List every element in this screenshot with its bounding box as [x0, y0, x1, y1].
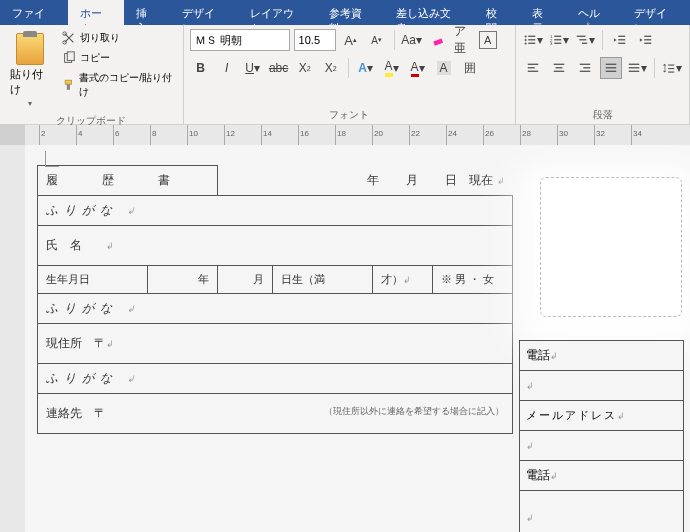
- phone2-cell[interactable]: 電話↲: [520, 461, 684, 491]
- shrink-font-button[interactable]: A▾: [366, 29, 388, 51]
- menu-layout[interactable]: レイアウト: [238, 0, 317, 25]
- svg-rect-4: [66, 80, 72, 84]
- grow-font-button[interactable]: A▴: [340, 29, 362, 51]
- photo-placeholder[interactable]: [540, 177, 682, 317]
- svg-rect-21: [582, 43, 587, 44]
- menu-insert[interactable]: 挿入: [124, 0, 170, 25]
- address-cell[interactable]: 現住所 〒↲: [38, 324, 513, 364]
- numbering-button[interactable]: 123▾: [548, 29, 570, 51]
- copy-label: コピー: [80, 51, 110, 65]
- underline-button[interactable]: U▾: [242, 57, 264, 79]
- sex-cell[interactable]: ※ 男 ・ 女: [433, 266, 513, 294]
- vertical-ruler[interactable]: [0, 145, 25, 532]
- svg-point-9: [525, 39, 527, 41]
- dob-label[interactable]: 生年月日: [38, 266, 148, 294]
- email-blank[interactable]: ↲: [520, 431, 684, 461]
- svg-rect-42: [629, 71, 640, 72]
- scissors-icon: [62, 31, 76, 45]
- font-group-label: フォント: [190, 106, 509, 122]
- change-case-button[interactable]: Aa▾: [401, 29, 423, 51]
- dob-age[interactable]: 才）↲: [373, 266, 433, 294]
- char-shading-button[interactable]: A: [433, 57, 455, 79]
- phone2-blank[interactable]: ↲: [520, 491, 684, 533]
- superscript-button[interactable]: X2: [320, 57, 342, 79]
- sex-sep: ・: [469, 273, 480, 285]
- line-spacing-button[interactable]: ▾: [661, 57, 683, 79]
- page-canvas[interactable]: 履 歴 書 年 月 日 現在 ↲ ふりがな ↲ 氏 名 ↲ 生年月日 年 月 日…: [25, 145, 690, 532]
- distribute-button[interactable]: ▾: [626, 57, 648, 79]
- date-day: 日: [445, 173, 457, 187]
- align-center-button[interactable]: [548, 57, 570, 79]
- sex-mark: ※: [441, 273, 452, 285]
- email-cell[interactable]: メールアドレス↲: [520, 401, 684, 431]
- menu-references[interactable]: 参考資料: [317, 0, 385, 25]
- copy-button[interactable]: コピー: [58, 49, 176, 67]
- contact-side-table[interactable]: 電話↲ ↲ メールアドレス↲ ↲ 電話↲ ↲: [519, 340, 684, 532]
- phone1-cell[interactable]: 電話↲: [520, 341, 684, 371]
- decrease-indent-button[interactable]: [609, 29, 631, 51]
- outdent-icon: [613, 33, 627, 47]
- furigana-address[interactable]: ふりがな ↲: [38, 294, 513, 324]
- dob-month[interactable]: 月: [218, 266, 273, 294]
- font-name-select[interactable]: [190, 29, 290, 51]
- contact-cell[interactable]: 連絡先 〒 （現住所以外に連絡を希望する場合に記入）: [38, 394, 513, 434]
- bullets-button[interactable]: ▾: [522, 29, 544, 51]
- svg-rect-33: [554, 71, 565, 72]
- menu-mailmerge[interactable]: 差し込み文書: [384, 0, 474, 25]
- multilevel-button[interactable]: ▾: [574, 29, 596, 51]
- svg-rect-24: [618, 43, 625, 44]
- postal-mark-2: 〒: [94, 406, 106, 420]
- italic-button[interactable]: I: [216, 57, 238, 79]
- svg-point-11: [525, 42, 527, 44]
- furigana-contact[interactable]: ふりがな ↲: [38, 364, 513, 394]
- phonetic-guide-button[interactable]: ア亜: [453, 29, 475, 51]
- menu-home[interactable]: ホーム: [68, 0, 125, 25]
- copy-icon: [62, 51, 76, 65]
- align-justify-button[interactable]: [600, 57, 622, 79]
- svg-rect-5: [67, 84, 70, 90]
- char-border-button[interactable]: 囲: [459, 57, 481, 79]
- subscript-button[interactable]: X2: [294, 57, 316, 79]
- strikethrough-button[interactable]: abc: [268, 57, 290, 79]
- menu-view[interactable]: 表示: [520, 0, 566, 25]
- resume-title-cell[interactable]: 履 歴 書: [38, 166, 218, 196]
- horizontal-ruler[interactable]: 246810121416182022242628303234: [0, 125, 690, 145]
- svg-rect-20: [579, 39, 586, 40]
- clear-format-button[interactable]: [427, 29, 449, 51]
- svg-rect-25: [644, 36, 651, 37]
- menu-review[interactable]: 校閲: [474, 0, 520, 25]
- svg-rect-28: [528, 64, 539, 65]
- phone1-blank[interactable]: ↲: [520, 371, 684, 401]
- svg-rect-8: [528, 36, 535, 37]
- dob-year[interactable]: 年: [148, 266, 218, 294]
- menu-tabledesign[interactable]: デザイン: [622, 0, 690, 25]
- furigana-name[interactable]: ふりがな ↲: [38, 196, 513, 226]
- menu-design[interactable]: デザイン: [170, 0, 238, 25]
- menu-file[interactable]: ファイル: [0, 0, 68, 25]
- date-cell[interactable]: 年 月 日 現在 ↲: [218, 166, 513, 196]
- menu-help[interactable]: ヘルプ: [566, 0, 623, 25]
- align-right-button[interactable]: [574, 57, 596, 79]
- format-painter-label: 書式のコピー/貼り付け: [79, 71, 172, 99]
- svg-rect-40: [629, 64, 640, 65]
- align-left-button[interactable]: [522, 57, 544, 79]
- paste-button[interactable]: 貼り付け ▾: [6, 29, 54, 112]
- font-size-select[interactable]: [294, 29, 336, 51]
- text-effects-button[interactable]: A▾: [355, 57, 377, 79]
- enclose-char-button[interactable]: A: [479, 31, 497, 49]
- svg-rect-43: [665, 65, 666, 70]
- bold-button[interactable]: B: [190, 57, 212, 79]
- resume-table[interactable]: 履 歴 書 年 月 日 現在 ↲ ふりがな ↲ 氏 名 ↲ 生年月日 年 月 日…: [37, 165, 513, 434]
- format-painter-button[interactable]: 書式のコピー/貼り付け: [58, 69, 176, 101]
- highlight-button[interactable]: A▾: [381, 57, 403, 79]
- font-color-button[interactable]: A▾: [407, 57, 429, 79]
- svg-rect-10: [528, 39, 535, 40]
- name-cell[interactable]: 氏 名 ↲: [38, 226, 513, 266]
- increase-indent-button[interactable]: [635, 29, 657, 51]
- dob-day[interactable]: 日生（満: [273, 266, 373, 294]
- date-now: 現在: [469, 173, 493, 187]
- document-area: 履 歴 書 年 月 日 現在 ↲ ふりがな ↲ 氏 名 ↲ 生年月日 年 月 日…: [0, 145, 690, 532]
- svg-rect-6: [433, 39, 443, 46]
- right-pane: 電話↲ ↲ メールアドレス↲ ↲ 電話↲ ↲: [540, 145, 690, 532]
- cut-button[interactable]: 切り取り: [58, 29, 176, 47]
